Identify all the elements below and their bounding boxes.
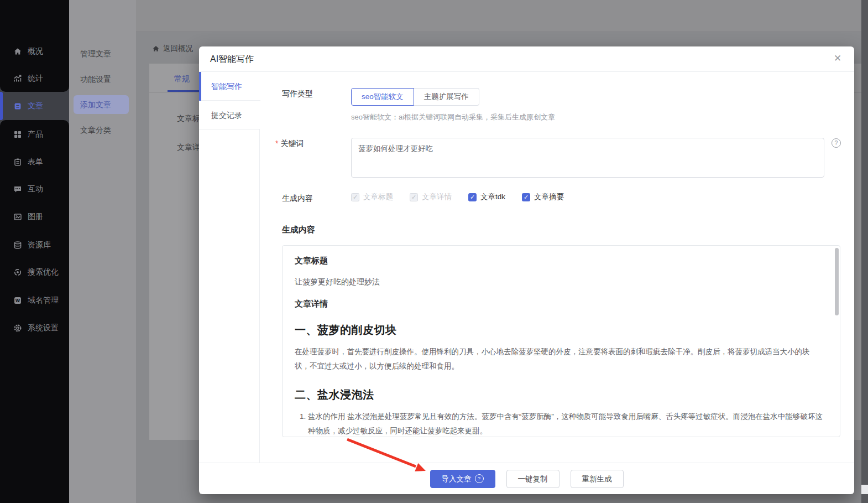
option-topic-expand-button[interactable]: 主题扩展写作 — [414, 88, 479, 106]
keyword-label: *关键词 — [275, 139, 304, 149]
sidebar-item-forms[interactable]: 表单 — [0, 152, 69, 173]
page-scrollbar-corner — [861, 485, 868, 494]
sidebar-item-articles[interactable]: 文章 — [0, 92, 69, 120]
top-header-bar — [69, 0, 868, 32]
checkbox-checked-icon: ✓ — [522, 193, 530, 201]
result-list-item: 盐水的作用 盐水浸泡是处理菠萝常见且有效的方法。菠萝中含有“菠萝朊酶”，这种物质… — [308, 409, 824, 437]
ai-writing-dialog: AI智能写作 ✕ 智能写作 提交记录 写作类型 seo智能软文 主题扩展写作 s… — [199, 46, 854, 494]
checkbox-checked-icon: ✓ — [468, 193, 477, 201]
sidebar-item-resources[interactable]: 资源库 — [0, 235, 69, 256]
result-article-title: 让菠萝更好吃的处理妙法 — [295, 277, 824, 287]
copy-all-button[interactable]: 一键复制 — [506, 470, 560, 488]
checkbox-article-detail: ✓ 文章详情 — [410, 192, 452, 202]
result-paragraph-1: 在处理菠萝时，首先要进行削皮操作。使用锋利的刀具，小心地去除菠萝坚硬的外皮，注意… — [295, 345, 824, 374]
help-icon: ? — [475, 474, 484, 483]
checkbox-checked-icon: ✓ — [351, 193, 359, 201]
image-icon — [13, 212, 22, 221]
sidebar-item-domains[interactable]: W 域名管理 — [0, 290, 69, 311]
import-article-button[interactable]: 导入文章 ? — [430, 470, 495, 488]
result-scrollbar-thumb[interactable] — [835, 248, 839, 315]
optimize-icon — [13, 268, 22, 277]
primary-sidebar: 概况 统计 文章 产品 表单 互动 图册 资源库 — [0, 0, 69, 503]
sidebar-item-interaction[interactable]: 互动 — [0, 179, 69, 200]
sidebar-item-settings[interactable]: 系统设置 — [0, 318, 69, 339]
writing-type-label: 写作类型 — [282, 89, 313, 99]
required-mark: * — [275, 139, 278, 148]
dialog-title: AI智能写作 — [210, 54, 254, 65]
submenu-item-feature-settings[interactable]: 功能设置 — [74, 70, 129, 89]
generate-content-checkboxes: ✓ 文章标题 ✓ 文章详情 ✓ 文章tdk ✓ 文章摘要 — [351, 192, 564, 202]
svg-text:W: W — [15, 298, 20, 303]
domain-icon: W — [13, 296, 22, 305]
generated-result-box[interactable]: 文章标题 让菠萝更好吃的处理妙法 文章详情 一、菠萝的削皮切块 在处理菠萝时，首… — [282, 245, 840, 437]
sidebar-item-seo[interactable]: 搜索优化 — [0, 262, 69, 283]
stats-icon — [13, 74, 22, 83]
article-icon — [13, 102, 22, 111]
writing-type-hint: seo智能软文：ai根据关键词联网自动采集，采集后生成原创文章 — [351, 112, 555, 122]
submenu-item-article-categories[interactable]: 文章分类 — [74, 121, 129, 139]
products-icon — [13, 130, 22, 139]
result-title-label: 文章标题 — [295, 256, 824, 266]
page-scrollbar[interactable] — [861, 0, 868, 503]
breadcrumb-label: 返回概况 — [163, 44, 193, 54]
regenerate-button[interactable]: 重新生成 — [571, 470, 624, 488]
keyword-input[interactable]: 菠萝如何处理才更好吃 — [351, 138, 824, 178]
result-section-title: 生成内容 — [282, 225, 315, 235]
close-icon[interactable]: ✕ — [832, 53, 843, 64]
database-icon — [13, 241, 22, 250]
checkbox-checked-icon: ✓ — [410, 193, 418, 201]
submenu-item-add-article[interactable]: 添加文章 — [74, 95, 129, 114]
sidebar-block-bottom — [0, 120, 69, 503]
form-icon — [13, 158, 22, 167]
tab-underline — [168, 90, 200, 92]
result-detail-label: 文章详情 — [295, 299, 824, 309]
result-list: 盐水的作用 盐水浸泡是处理菠萝常见且有效的方法。菠萝中含有“菠萝朊酶”，这种物质… — [295, 409, 824, 437]
dialog-footer: 导入文章 ? 一键复制 重新生成 — [199, 463, 854, 494]
result-heading-1: 一、菠萝的削皮切块 — [295, 323, 824, 338]
tab-general[interactable]: 常规 — [174, 74, 190, 84]
screen: 返回概况 常规 文章标题 文章详情 管理文章 功能设置 添加文章 文章分类 概况… — [0, 0, 868, 503]
sidebar-item-overview[interactable]: 概况 — [0, 41, 69, 62]
result-heading-2: 二、盐水浸泡法 — [295, 387, 824, 402]
option-seo-article-button[interactable]: seo智能软文 — [351, 88, 414, 106]
writing-type-options: seo智能软文 主题扩展写作 — [351, 88, 479, 106]
sidebar-item-statistics[interactable]: 统计 — [0, 68, 69, 89]
gear-icon — [13, 324, 22, 333]
tab-submit-history[interactable]: 提交记录 — [199, 101, 260, 129]
keyword-help-icon[interactable]: ? — [832, 138, 841, 148]
tab-active-bar — [199, 72, 201, 101]
chat-icon — [13, 185, 22, 194]
sidebar-item-products[interactable]: 产品 — [0, 124, 69, 145]
checkbox-article-tdk[interactable]: ✓ 文章tdk — [468, 192, 505, 202]
checkbox-article-summary[interactable]: ✓ 文章摘要 — [522, 192, 564, 202]
home-icon — [152, 45, 160, 53]
home-icon — [13, 47, 22, 56]
generate-content-label: 生成内容 — [282, 194, 313, 204]
submenu-item-manage-articles[interactable]: 管理文章 — [74, 44, 129, 63]
checkbox-article-title: ✓ 文章标题 — [351, 192, 393, 202]
dialog-header: AI智能写作 ✕ — [199, 46, 854, 72]
breadcrumb[interactable]: 返回概况 — [152, 44, 193, 54]
sidebar-item-gallery[interactable]: 图册 — [0, 206, 69, 227]
tab-smart-writing[interactable]: 智能写作 — [199, 72, 260, 101]
dialog-side-tabs: 智能写作 提交记录 — [199, 72, 260, 463]
